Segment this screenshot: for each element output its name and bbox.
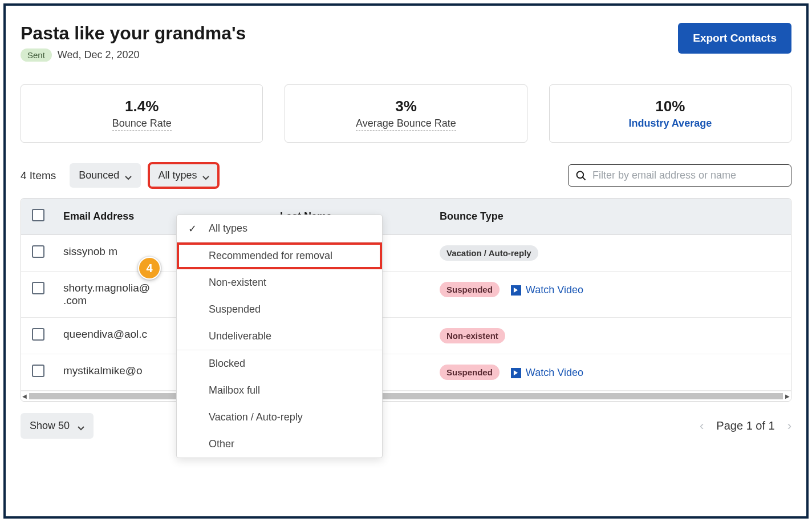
type-filter-label: All types xyxy=(158,169,197,181)
dropdown-item[interactable]: Other xyxy=(177,431,382,458)
stats-row: 1.4% Bounce Rate 3% Average Bounce Rate … xyxy=(21,84,791,143)
table-row: shorty.magnolia@ .comLowe-BridgewaterSus… xyxy=(21,272,791,318)
stat-value: 1.4% xyxy=(27,98,257,115)
dropdown-item[interactable]: Vacation / Auto-reply xyxy=(177,404,382,431)
dropdown-item[interactable]: All types xyxy=(177,215,382,242)
svg-marker-3 xyxy=(514,370,518,375)
status-badge: Sent xyxy=(21,48,52,62)
stat-card-bounce-rate: 1.4% Bounce Rate xyxy=(21,84,263,143)
page-size-label: Show 50 xyxy=(30,420,70,432)
stat-card-avg-bounce-rate: 3% Average Bounce Rate xyxy=(285,84,527,143)
search-input[interactable] xyxy=(592,169,784,181)
app-frame: Pasta like your grandma's Sent Wed, Dec … xyxy=(3,3,809,519)
header-row: Pasta like your grandma's Sent Wed, Dec … xyxy=(21,23,791,62)
stat-label: Average Bounce Rate xyxy=(356,118,456,131)
cell-bouncetype: Non-existent xyxy=(432,318,791,354)
play-icon xyxy=(511,368,521,378)
dropdown-item[interactable]: Undeliverable xyxy=(177,323,382,350)
scroll-right-icon[interactable]: ▶ xyxy=(784,392,791,400)
table-row: mystikalmike@oTylerSuspendedWatch Video xyxy=(21,354,791,391)
chevron-down-icon xyxy=(78,423,84,430)
prev-page-button[interactable]: ‹ xyxy=(700,419,704,434)
table-row: sissynob mGalloVacation / Auto-reply xyxy=(21,235,791,272)
export-contacts-button[interactable]: Export Contacts xyxy=(678,23,791,54)
chevron-down-icon xyxy=(202,172,209,179)
next-page-button[interactable]: › xyxy=(787,419,791,434)
table-row: queendiva@aol.cRossNon-existent xyxy=(21,318,791,354)
status-filter-select[interactable]: Bounced xyxy=(70,163,141,188)
contacts-table: Email Address Last Name Bounce Type siss… xyxy=(21,199,791,391)
dropdown-item[interactable]: Suspended xyxy=(177,296,382,323)
row-checkbox[interactable] xyxy=(32,282,44,294)
bounce-type-badge: Non-existent xyxy=(440,328,505,343)
title-block: Pasta like your grandma's Sent Wed, Dec … xyxy=(21,23,246,62)
page-label: Page 1 of 1 xyxy=(716,419,774,432)
sent-date: Wed, Dec 2, 2020 xyxy=(58,49,140,61)
stat-card-industry-avg[interactable]: 10% Industry Average xyxy=(549,84,791,143)
svg-line-1 xyxy=(583,177,586,180)
items-count: 4 Items xyxy=(21,169,56,182)
scroll-track[interactable] xyxy=(29,393,783,399)
stat-label: Bounce Rate xyxy=(112,118,172,131)
title-sub-row: Sent Wed, Dec 2, 2020 xyxy=(21,48,246,62)
play-icon xyxy=(511,285,521,296)
dropdown-item[interactable]: Recommended for removal xyxy=(177,242,382,269)
stat-value: 3% xyxy=(291,98,521,115)
contacts-table-wrap: Email Address Last Name Bounce Type siss… xyxy=(21,198,791,402)
pager: ‹ Page 1 of 1 › xyxy=(700,419,791,434)
page-title: Pasta like your grandma's xyxy=(21,23,246,44)
dropdown-item[interactable]: Blocked xyxy=(177,350,382,377)
row-checkbox[interactable] xyxy=(32,245,44,258)
search-field-wrap[interactable] xyxy=(568,164,791,187)
bounce-type-badge: Suspended xyxy=(440,282,500,297)
callout-step-badge: 4 xyxy=(138,257,161,280)
watch-video-link[interactable]: Watch Video xyxy=(511,284,583,296)
page-size-select[interactable]: Show 50 xyxy=(21,413,94,439)
type-filter-select[interactable]: All types xyxy=(149,163,218,188)
footer-row: Show 50 ‹ Page 1 of 1 › xyxy=(21,413,791,439)
row-checkbox[interactable] xyxy=(32,328,44,341)
status-filter-label: Bounced xyxy=(79,169,119,181)
type-filter-dropdown[interactable]: All typesRecommended for removalNon-exis… xyxy=(176,215,383,458)
col-bouncetype[interactable]: Bounce Type xyxy=(432,199,791,235)
search-icon xyxy=(575,170,587,181)
stat-value: 10% xyxy=(555,98,785,115)
svg-marker-2 xyxy=(514,288,518,293)
cell-bouncetype: Vacation / Auto-reply xyxy=(432,235,791,272)
controls-row: 4 Items Bounced All types xyxy=(21,163,791,188)
bounce-type-badge: Vacation / Auto-reply xyxy=(440,245,538,261)
select-all-checkbox[interactable] xyxy=(32,209,44,221)
scroll-left-icon[interactable]: ◀ xyxy=(21,392,28,400)
dropdown-item[interactable]: Mailbox full xyxy=(177,377,382,404)
cell-bouncetype: SuspendedWatch Video xyxy=(432,272,791,318)
stat-label-link[interactable]: Industry Average xyxy=(628,118,712,130)
watch-video-link[interactable]: Watch Video xyxy=(511,367,583,379)
bounce-type-badge: Suspended xyxy=(440,365,500,380)
horizontal-scrollbar[interactable]: ◀ ▶ xyxy=(21,391,791,401)
dropdown-item[interactable]: Non-existent xyxy=(177,269,382,296)
cell-bouncetype: SuspendedWatch Video xyxy=(432,354,791,391)
chevron-down-icon xyxy=(125,172,132,179)
row-checkbox[interactable] xyxy=(32,365,44,377)
col-check xyxy=(21,199,55,235)
svg-point-0 xyxy=(577,171,584,178)
table-header-row: Email Address Last Name Bounce Type xyxy=(21,199,791,235)
